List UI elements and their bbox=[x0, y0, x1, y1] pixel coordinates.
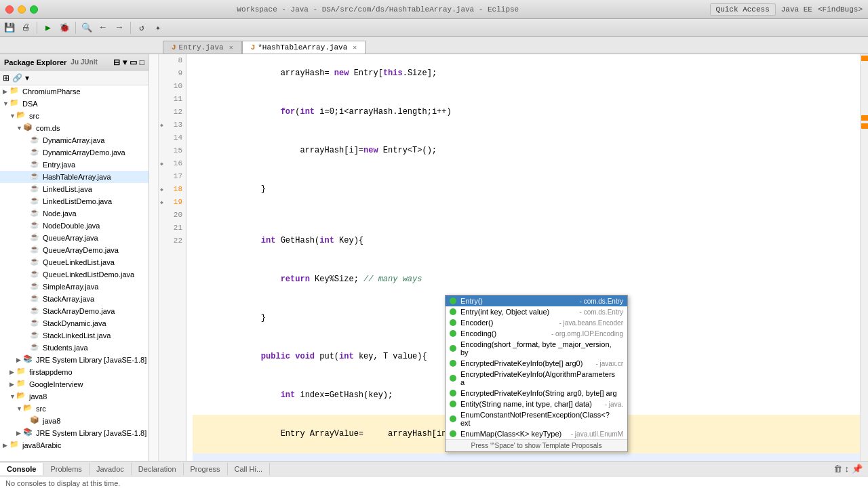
java-file-icon: ☕ bbox=[30, 196, 41, 207]
console-tab-declaration[interactable]: Declaration bbox=[132, 463, 184, 475]
tree-item-stackdynamic[interactable]: ☕ StackDynamic.java bbox=[0, 317, 149, 329]
tree-item-comds[interactable]: ▼ 📦 com.ds bbox=[0, 122, 149, 134]
java-file-icon: ☕ bbox=[30, 318, 41, 329]
autocomplete-popup[interactable]: Entry() - com.ds.Entry Entry(int key, Ob… bbox=[445, 295, 628, 452]
sidebar-min-icon[interactable]: ▭ bbox=[130, 58, 137, 67]
perspective-java-ee[interactable]: Java EE bbox=[781, 5, 812, 14]
tree-item-node[interactable]: ☕ Node.java bbox=[0, 207, 149, 220]
print-icon[interactable]: 🖨 bbox=[19, 21, 33, 35]
tabs-bar: J Entry.java ✕ J *HashTableArray.java ✕ bbox=[0, 37, 868, 54]
tree-item-hashtable[interactable]: ☕ HashTableArray.java bbox=[0, 171, 149, 183]
tree-item-simplearray[interactable]: ☕ SimpleArray.java bbox=[0, 281, 149, 293]
ac-item-0[interactable]: Entry() - com.ds.Entry bbox=[446, 296, 627, 306]
back-icon[interactable]: ← bbox=[96, 21, 110, 35]
toolbar-separator-2 bbox=[75, 22, 76, 34]
quick-access-button[interactable]: Quick Access bbox=[710, 3, 776, 16]
tree-item-queuearray[interactable]: ☕ QueueArray.java bbox=[0, 232, 149, 244]
tree-item-chromium[interactable]: ▶ 📁 ChromiumPharse bbox=[0, 85, 149, 98]
ac-item-4[interactable]: Encoding(short _format, byte _major_vers… bbox=[446, 339, 627, 358]
ac-item-1[interactable]: Entry(int key, Object value) - com.ds.En… bbox=[446, 306, 627, 317]
ac-item-10[interactable]: EnumMap(Class<K> keyType) - java.util.En… bbox=[446, 428, 627, 439]
tree-item-java8pkg[interactable]: 📦 java8 bbox=[0, 415, 149, 427]
close-button[interactable] bbox=[5, 5, 14, 14]
save-icon[interactable]: 💾 bbox=[3, 21, 16, 35]
right-gutter bbox=[860, 54, 868, 461]
tree-label: NodeDouble.java bbox=[43, 222, 100, 230]
ac-item-5[interactable]: EncryptedPrivateKeyInfo(byte[] arg0) - j… bbox=[446, 358, 627, 369]
console-tab-problems[interactable]: Problems bbox=[43, 463, 89, 475]
search-icon[interactable]: 🔍 bbox=[80, 21, 94, 35]
tab-hashtablearray-java[interactable]: J *HashTableArray.java ✕ bbox=[242, 41, 366, 54]
console-tab-console[interactable]: Console bbox=[0, 463, 43, 475]
link-editor-icon[interactable]: 🔗 bbox=[12, 73, 22, 83]
ac-item-6[interactable]: EncryptedPrivateKeyInfo(AlgorithmParamet… bbox=[446, 369, 627, 388]
tree-label: Entry.java bbox=[43, 161, 75, 169]
tree-item-src2[interactable]: ▼ 📂 src bbox=[0, 403, 149, 415]
tree-item-queuelinkedlist[interactable]: ☕ QueueLinkedList.java bbox=[0, 256, 149, 268]
console-scroll-icon[interactable]: ↕ bbox=[845, 464, 850, 474]
new-icon[interactable]: ✦ bbox=[151, 21, 165, 35]
tree-label: Students.java bbox=[43, 344, 88, 352]
maximize-button[interactable] bbox=[30, 5, 38, 14]
tree-item-queuearraydemo[interactable]: ☕ QueueArrayDemo.java bbox=[0, 244, 149, 256]
main-layout: Package Explorer Ju JUnit ⊟ ▾ ▭ □ ⊞ 🔗 ▾ … bbox=[0, 54, 868, 461]
sidebar-header-icons: ⊟ ▾ ▭ □ bbox=[113, 58, 144, 67]
ac-dot-8 bbox=[450, 401, 456, 407]
tree-item-linkedlistdemo[interactable]: ☕ LinkedListDemo.java bbox=[0, 195, 149, 207]
tree-item-jre[interactable]: ▶ 📚 JRE System Library [JavaSE-1.8] bbox=[0, 354, 149, 366]
tree-item-src[interactable]: ▼ 📂 src bbox=[0, 110, 149, 122]
minimize-button[interactable] bbox=[18, 5, 26, 14]
tree-item-stackarray[interactable]: ☕ StackArray.java bbox=[0, 293, 149, 305]
forward-icon[interactable]: → bbox=[113, 21, 126, 35]
sidebar-collapse-icon[interactable]: ⊟ bbox=[113, 58, 120, 67]
tree-item-dsa[interactable]: ▼ 📁 DSA bbox=[0, 98, 149, 110]
console-tab-callhi[interactable]: Call Hi... bbox=[228, 463, 271, 475]
editor-area[interactable]: 8 9 10 11 12 13 14 15 16 17 18 19 20 21 … bbox=[149, 54, 868, 461]
line-16: 16 bbox=[159, 157, 186, 170]
perspective-findbugs[interactable]: <FindBugs> bbox=[818, 5, 863, 14]
collapse-all-icon[interactable]: ⊞ bbox=[3, 73, 9, 83]
sidebar-settings-icon[interactable]: ▾ bbox=[25, 73, 29, 83]
code-line-8: arrayHash= new Entry[this.Size]; bbox=[193, 54, 860, 93]
tree-item-jre2[interactable]: ▶ 📚 JRE System Library [JavaSE-1.8] bbox=[0, 427, 149, 439]
line-14: 14 bbox=[159, 131, 186, 144]
refresh-icon[interactable]: ↺ bbox=[135, 21, 149, 35]
tree-item-nodedouble[interactable]: ☕ NodeDouble.java bbox=[0, 220, 149, 232]
line-13: 13 bbox=[159, 119, 186, 131]
run-icon[interactable]: ▶ bbox=[41, 21, 55, 35]
ac-item-2[interactable]: Encoder() - java.beans.Encoder bbox=[446, 317, 627, 328]
tree-item-googleinterview[interactable]: ▶ 📁 GoogleInterview bbox=[0, 378, 149, 390]
ac-item-3[interactable]: Encoding() - org.omg.IOP.Encoding bbox=[446, 328, 627, 339]
console-clear-icon[interactable]: 🗑 bbox=[833, 464, 842, 474]
tree-item-java8[interactable]: ▼ 📂 java8 bbox=[0, 390, 149, 403]
debug-icon[interactable]: 🐞 bbox=[58, 21, 71, 35]
tab-hashtable-close[interactable]: ✕ bbox=[353, 43, 357, 52]
tree-item-stackarraydemo[interactable]: ☕ StackArrayDemo.java bbox=[0, 305, 149, 317]
sidebar-max-icon[interactable]: □ bbox=[140, 58, 144, 67]
tree-item-students[interactable]: ☕ Students.java bbox=[0, 342, 149, 354]
ac-item-8[interactable]: Entity(String name, int type, char[] dat… bbox=[446, 399, 627, 409]
ac-item-7[interactable]: EncryptedPrivateKeyInfo(String arg0, byt… bbox=[446, 388, 627, 399]
tree-item-linkedlist[interactable]: ☕ LinkedList.java bbox=[0, 183, 149, 195]
ac-dot-2 bbox=[450, 319, 456, 326]
console-pin-icon[interactable]: 📌 bbox=[852, 464, 863, 474]
tree-item-stacklinkedlist[interactable]: ☕ StackLinkedList.java bbox=[0, 329, 149, 342]
console-tab-progress[interactable]: Progress bbox=[184, 463, 228, 475]
ac-text-2: Encoder() bbox=[460, 319, 556, 327]
line-21: 21 bbox=[159, 222, 186, 235]
tab-entry-java[interactable]: J Entry.java ✕ bbox=[163, 41, 242, 54]
line-19: 19 bbox=[159, 196, 186, 209]
tree-item-entry[interactable]: ☕ Entry.java bbox=[0, 159, 149, 171]
tree-item-firstapp[interactable]: ▶ 📁 firstappdemo bbox=[0, 366, 149, 378]
code-lines[interactable]: arrayHash= new Entry[this.Size]; for(int… bbox=[187, 54, 860, 461]
sidebar-menu-icon[interactable]: ▾ bbox=[123, 58, 127, 67]
tree-item-dynarraydemo[interactable]: ☕ DynamicArrayDemo.java bbox=[0, 146, 149, 159]
tab-entry-close[interactable]: ✕ bbox=[229, 43, 233, 52]
tree-item-dynarray[interactable]: ☕ DynamicArray.java bbox=[0, 134, 149, 146]
ac-item-9[interactable]: EnumConstantNotPresentException(Class<? … bbox=[446, 409, 627, 428]
ac-hint: Press '^Space' to show Template Proposal… bbox=[446, 439, 627, 451]
tree-item-queuelinkedlistdemo[interactable]: ☕ QueueLinkedListDemo.java bbox=[0, 268, 149, 281]
console-tab-javadoc[interactable]: Javadoc bbox=[90, 463, 132, 475]
tree-label: LinkedListDemo.java bbox=[43, 197, 112, 205]
tree-item-java8arabic[interactable]: ▶ 📁 java8Arabic bbox=[0, 439, 149, 451]
